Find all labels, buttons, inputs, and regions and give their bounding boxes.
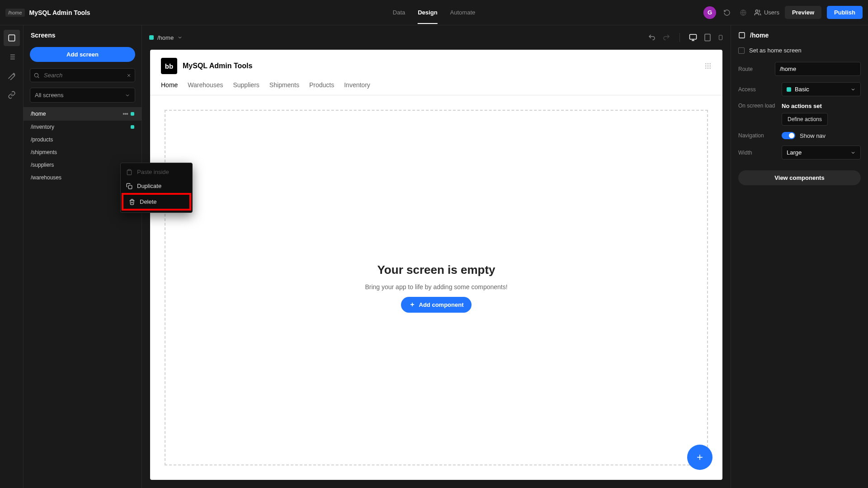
tab-warehouses[interactable]: Warehouses <box>188 81 223 95</box>
rp-title: /home <box>738 32 861 39</box>
search-input[interactable] <box>30 68 135 82</box>
context-duplicate[interactable]: Duplicate <box>121 179 192 193</box>
crumb-label: /home <box>157 34 174 41</box>
svg-rect-33 <box>128 185 132 189</box>
plus-icon <box>409 301 415 308</box>
screen-item-products[interactable]: /products <box>24 133 142 146</box>
svg-rect-31 <box>739 33 745 38</box>
svg-point-26 <box>710 68 711 69</box>
add-component-button[interactable]: Add component <box>401 297 472 313</box>
width-label: Width <box>738 150 782 156</box>
rail-theme-icon[interactable] <box>4 68 20 84</box>
users-link[interactable]: Users <box>754 9 779 16</box>
context-menu: Paste inside Duplicate Delete <box>120 163 193 213</box>
app-title: MySQL Admin Tools <box>29 9 90 16</box>
empty-drop-zone[interactable]: Your screen is empty Bring your app to l… <box>165 110 708 465</box>
chevron-down-icon <box>125 93 130 98</box>
svg-point-25 <box>708 68 708 69</box>
define-actions-button[interactable]: Define actions <box>782 113 828 126</box>
width-select[interactable]: Large <box>782 145 861 160</box>
context-delete[interactable]: Delete <box>122 193 191 211</box>
preview-button[interactable]: Preview <box>785 6 821 19</box>
status-square <box>787 87 791 92</box>
view-components-button[interactable]: View components <box>738 170 861 185</box>
canvas-app-title: MySQL Admin Tools <box>183 62 252 70</box>
context-paste: Paste inside <box>121 165 192 179</box>
screen-name: /suppliers <box>31 162 54 168</box>
no-actions-text: No actions set <box>782 103 861 109</box>
canvas-toolbar: /home <box>142 25 731 50</box>
trash-icon <box>129 199 135 205</box>
tab-home[interactable]: Home <box>161 81 178 95</box>
screen-name: /products <box>31 136 53 143</box>
chevron-down-icon <box>850 150 856 155</box>
access-select[interactable]: Basic <box>782 82 861 96</box>
svg-point-24 <box>705 68 706 69</box>
tab-products[interactable]: Products <box>309 81 334 95</box>
tablet-icon[interactable] <box>703 33 712 42</box>
screens-filter-select[interactable]: All screens <box>30 88 135 103</box>
grip-icon[interactable] <box>704 62 712 70</box>
left-panel: Screens Add screen All screens /home •••… <box>24 25 142 488</box>
undo-history-icon[interactable] <box>722 7 732 18</box>
svg-point-9 <box>34 73 38 77</box>
fab-add-button[interactable] <box>687 445 712 470</box>
access-label: Access <box>738 86 782 93</box>
svg-point-20 <box>710 63 711 64</box>
checkbox[interactable] <box>738 47 745 54</box>
users-label: Users <box>764 9 779 16</box>
add-screen-button[interactable]: Add screen <box>30 47 135 62</box>
top-header: /home MySQL Admin Tools Data Design Auto… <box>0 0 868 25</box>
home-badge[interactable]: /home <box>5 9 25 17</box>
access-value: Basic <box>795 86 809 93</box>
header-left: /home MySQL Admin Tools <box>5 9 703 17</box>
screen-item-inventory[interactable]: /inventory <box>24 121 142 133</box>
set-home-row[interactable]: Set as home screen <box>738 47 861 54</box>
main-layout: Screens Add screen All screens /home •••… <box>0 25 868 488</box>
publish-button[interactable]: Publish <box>827 6 863 19</box>
canvas-logo: bb <box>161 58 177 74</box>
rail-list-icon[interactable] <box>4 49 20 65</box>
status-dot <box>131 112 134 116</box>
avatar[interactable]: G <box>703 6 716 19</box>
top-nav: Data Design Automate <box>393 1 475 24</box>
rail-screens-icon[interactable] <box>4 30 20 46</box>
empty-title: Your screen is empty <box>377 263 495 277</box>
screen-crumb[interactable]: /home <box>149 34 183 41</box>
plus-icon <box>695 453 704 462</box>
canvas-body: Your screen is empty Bring your app to l… <box>150 95 722 480</box>
screen-item-home[interactable]: /home ••• <box>24 107 142 121</box>
rail-link-icon[interactable] <box>4 87 20 103</box>
canvas-tabs: Home Warehouses Suppliers Shipments Prod… <box>150 74 722 95</box>
screen-name: /inventory <box>31 124 54 130</box>
context-paste-label: Paste inside <box>137 169 169 175</box>
nav-data[interactable]: Data <box>393 1 405 24</box>
chevron-down-icon <box>850 87 856 92</box>
clear-icon[interactable] <box>126 73 132 78</box>
screen-name: /warehouses <box>31 174 61 181</box>
svg-point-1 <box>755 10 758 12</box>
more-icon[interactable]: ••• <box>123 110 128 117</box>
nav-design[interactable]: Design <box>418 1 437 24</box>
screen-item-shipments[interactable]: /shipments <box>24 146 142 159</box>
svg-rect-2 <box>9 35 15 41</box>
search-icon <box>33 72 40 79</box>
screen-icon <box>738 32 745 39</box>
globe-icon[interactable] <box>738 7 749 18</box>
set-home-label: Set as home screen <box>749 47 802 54</box>
show-nav-toggle[interactable] <box>782 132 795 139</box>
svg-point-21 <box>705 66 706 66</box>
chevron-down-icon <box>177 35 183 40</box>
tab-suppliers[interactable]: Suppliers <box>233 81 259 95</box>
tab-inventory[interactable]: Inventory <box>344 81 370 95</box>
show-nav-label: Show nav <box>800 132 826 139</box>
nav-automate[interactable]: Automate <box>450 1 476 24</box>
mobile-icon[interactable] <box>718 33 723 42</box>
tab-shipments[interactable]: Shipments <box>269 81 299 95</box>
svg-line-10 <box>38 76 39 78</box>
route-input[interactable] <box>775 62 861 76</box>
desktop-icon[interactable] <box>689 33 697 42</box>
undo-icon[interactable] <box>648 33 656 42</box>
redo-icon[interactable] <box>662 33 670 42</box>
svg-rect-32 <box>128 169 131 170</box>
